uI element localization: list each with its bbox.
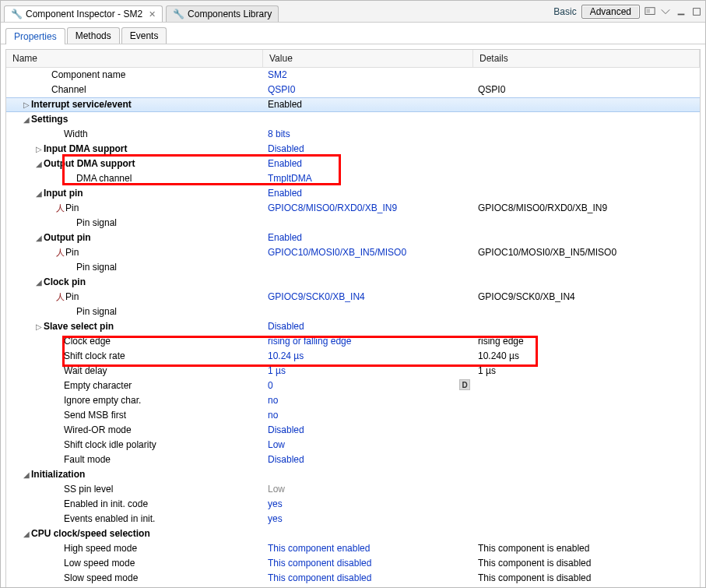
prop-value[interactable]: no [268, 410, 278, 421]
row-interrupt[interactable]: ▷Interrupt service/event Enabled [6, 97, 700, 112]
menu-dropdown-icon[interactable] [660, 6, 671, 17]
row-wait-delay[interactable]: ▸Wait delay 1 µs 1 µs [6, 364, 700, 379]
prop-value[interactable]: QSPI0 [268, 84, 295, 95]
row-dma-channel[interactable]: ▸DMA channel TmpltDMA [6, 171, 700, 186]
svg-rect-3 [694, 8, 701, 15]
row-idle-polarity[interactable]: ▸Shift clock idle polarity Low [6, 438, 700, 452]
prop-label: Empty character [64, 379, 258, 393]
row-output-pin-pin[interactable]: 人Pin GPIOC10/MOSI0/XB_IN5/MISO0 GPIOC10/… [6, 245, 700, 260]
prop-value[interactable]: 0 [268, 380, 273, 391]
collapse-icon[interactable]: ◢ [22, 467, 31, 482]
row-input-pin[interactable]: ◢Input pin Enabled [6, 186, 700, 201]
collapse-icon[interactable]: ◢ [22, 112, 31, 127]
row-input-pin-pin[interactable]: 人Pin GPIOC8/MISO0/RXD0/XB_IN9 GPIOC8/MIS… [6, 201, 700, 216]
prop-value[interactable]: GPIOC9/SCK0/XB_IN4 [268, 291, 365, 302]
prop-value[interactable]: no [268, 395, 278, 406]
row-clock-pin[interactable]: ◢Clock pin [6, 275, 700, 290]
col-value[interactable]: Value [263, 50, 473, 67]
row-width[interactable]: ▸Width 8 bits [6, 127, 700, 142]
row-initialization[interactable]: ◢Initialization [6, 467, 700, 482]
row-shift-clock-rate[interactable]: ▸Shift clock rate 10.24 µs 10.240 µs [6, 349, 700, 364]
close-icon[interactable]: ✕ [149, 9, 156, 19]
row-input-dma[interactable]: ▷Input DMA support Disabled [6, 142, 700, 157]
prop-value[interactable]: GPIOC10/MOSI0/XB_IN5/MISO0 [268, 247, 406, 258]
prop-value[interactable]: This component disabled [268, 572, 371, 583]
collapse-icon[interactable]: ◢ [34, 157, 44, 171]
col-details[interactable]: Details [473, 50, 700, 67]
pin-icon: 人 [54, 245, 65, 260]
prop-details: GPIOC8/MISO0/RXD0/XB_IN9 [473, 201, 700, 216]
row-channel[interactable]: ▸Channel QSPI0 QSPI0 [6, 83, 700, 97]
row-events-init[interactable]: ▸Events enabled in init. yes [6, 512, 700, 526]
prop-value[interactable]: This component enabled [268, 543, 370, 554]
prop-label: Width [64, 127, 258, 142]
tab-properties[interactable]: Properties [5, 28, 65, 44]
prop-value[interactable]: GPIOC8/MISO0/RXD0/XB_IN9 [268, 202, 397, 213]
advanced-mode-button[interactable]: Advanced [581, 5, 640, 19]
prop-value[interactable]: 10.24 µs [268, 350, 304, 361]
prop-value[interactable]: This component disabled [268, 558, 371, 569]
minimize-icon[interactable] [676, 6, 687, 17]
tab-components-library[interactable]: 🔧 Components Library [166, 5, 279, 22]
row-high-speed[interactable]: ▸High speed mode This component enabled … [6, 541, 700, 556]
maximize-icon[interactable] [691, 6, 702, 17]
row-clock-edge[interactable]: ▸Clock edge rising or falling edge risin… [6, 334, 700, 349]
row-empty-char[interactable]: ▸Empty character 0D [6, 379, 700, 393]
prop-value[interactable]: yes [268, 513, 283, 524]
row-output-pin[interactable]: ◢Output pin Enabled [6, 231, 700, 245]
prop-value[interactable]: rising or falling edge [268, 336, 351, 347]
prop-value[interactable]: Disabled [268, 143, 304, 154]
row-input-pin-signal[interactable]: ▸Pin signal [6, 216, 700, 231]
row-fault-mode[interactable]: ▸Fault mode Disabled [6, 452, 700, 467]
prop-value[interactable]: yes [268, 498, 283, 509]
prop-label: Low speed mode [64, 556, 258, 571]
row-clock-pin-pin[interactable]: 人Pin GPIOC9/SCK0/XB_IN4 GPIOC9/SCK0/XB_I… [6, 290, 700, 305]
row-output-pin-signal[interactable]: ▸Pin signal [6, 260, 700, 275]
prop-value[interactable]: Disabled [268, 424, 304, 435]
row-slave-select[interactable]: ▷Slave select pin Disabled [6, 319, 700, 334]
prop-details: 1 µs [473, 364, 700, 379]
prop-value[interactable]: 1 µs [268, 365, 286, 376]
row-component-name[interactable]: ▸Component name SM2 [6, 68, 700, 83]
prop-value[interactable]: SM2 [268, 69, 287, 80]
collapse-icon[interactable]: ◢ [34, 231, 44, 245]
row-send-msb[interactable]: ▸Send MSB first no [6, 408, 700, 423]
expand-icon[interactable]: ▷ [22, 98, 31, 111]
expand-icon[interactable]: ▷ [34, 142, 44, 157]
prop-value[interactable]: Disabled [268, 321, 304, 332]
collapse-icon[interactable]: ◢ [34, 186, 44, 201]
prop-label: Input DMA support [44, 142, 258, 157]
prop-label: Initialization [31, 467, 258, 482]
prop-value[interactable]: Disabled [268, 454, 304, 465]
tab-events[interactable]: Events [121, 27, 167, 44]
tab-methods[interactable]: Methods [67, 27, 120, 44]
prop-value[interactable]: 8 bits [268, 129, 290, 139]
collapse-icon[interactable]: ◢ [22, 526, 31, 541]
row-wired-or[interactable]: ▸Wired-OR mode Disabled [6, 423, 700, 438]
basic-mode-link[interactable]: Basic [553, 6, 576, 17]
expand-icon[interactable]: ▷ [34, 319, 44, 334]
prop-details: GPIOC9/SCK0/XB_IN4 [473, 290, 700, 305]
view-mode-icon[interactable] [645, 6, 655, 17]
prop-label: Output pin [44, 231, 258, 245]
row-enabled-init[interactable]: ▸Enabled in init. code yes [6, 497, 700, 512]
row-slow-speed[interactable]: ▸Slow speed mode This component disabled… [6, 571, 700, 586]
prop-value[interactable]: Enabled [268, 232, 302, 243]
row-settings[interactable]: ◢Settings [6, 112, 700, 127]
collapse-icon[interactable]: ◢ [34, 275, 44, 290]
prop-value[interactable]: Enabled [268, 99, 302, 110]
tab-label: Component Inspector - SM2 [26, 9, 142, 19]
row-cpu-clock[interactable]: ◢CPU clock/speed selection [6, 526, 700, 541]
row-ss-pin-level[interactable]: ▸SS pin level Low [6, 482, 700, 497]
prop-value[interactable]: TmpltDMA [268, 173, 312, 184]
col-name[interactable]: Name [6, 50, 263, 67]
row-clock-pin-signal[interactable]: ▸Pin signal [6, 305, 700, 319]
tab-component-inspector[interactable]: 🔧 Component Inspector - SM2 ✕ [4, 5, 163, 22]
row-low-speed[interactable]: ▸Low speed mode This component disabled … [6, 556, 700, 571]
prop-value[interactable]: Enabled [268, 188, 302, 199]
prop-value[interactable]: Enabled [268, 158, 302, 169]
row-ignore-empty[interactable]: ▸Ignore empty char. no [6, 393, 700, 408]
prop-value[interactable]: Low [268, 439, 285, 450]
prop-details: This component is disabled [473, 556, 700, 571]
row-output-dma[interactable]: ◢Output DMA support Enabled [6, 157, 700, 171]
